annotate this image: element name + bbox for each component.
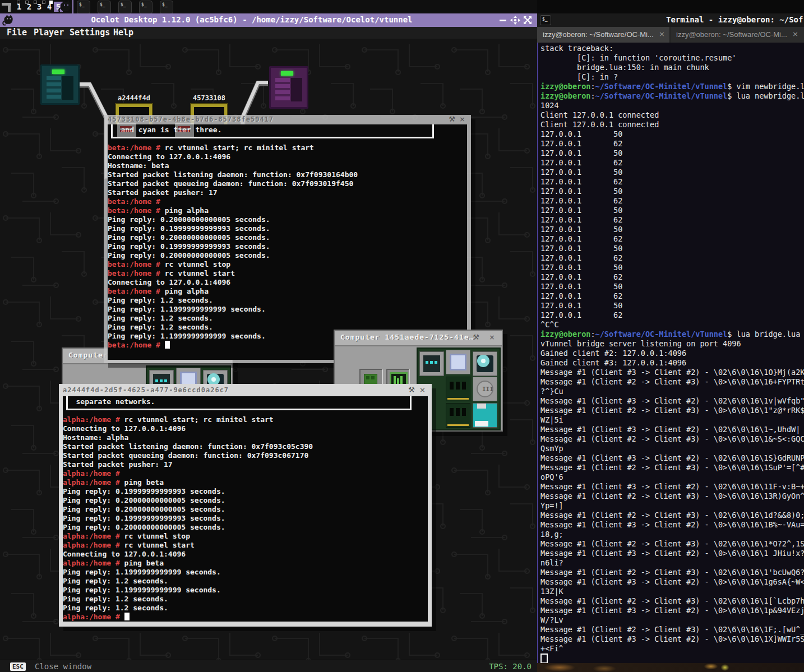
fullscreen-icon[interactable] <box>523 16 533 25</box>
terminal-line: 127.0.0.1 50 <box>540 225 804 234</box>
taskbar-app-icon-terminal[interactable]: $_ <box>139 1 153 14</box>
ocelot-cat-icon <box>58 0 73 13</box>
window-title: 45733108-b57e-4b8e-b7d6-85738fe59417 <box>108 115 274 123</box>
taskbar-divider <box>72 0 73 13</box>
terminal-line: Message #1 (Client #2 -> Client #3) - \0… <box>540 539 804 549</box>
terminal-line: Message #1 (Client #2 -> Client #3) - \0… <box>540 511 804 520</box>
window-title-bar[interactable]: 45733108-b57e-4b8e-b7d6-85738fe59417 ⚒ × <box>104 115 471 124</box>
ocelot-desktop[interactable]: a2444f4d 45733108 Computer b1589979-fed9… <box>0 39 537 660</box>
close-icon[interactable]: × <box>419 386 426 394</box>
terminal-line: beta:/home # ping alpha <box>108 206 467 215</box>
terminal-line: beta:/home # <box>108 197 467 206</box>
terminal-line: 127.0.0.1 62 <box>540 234 804 244</box>
computer-case-purple[interactable] <box>269 66 308 109</box>
terminal-line: Ping reply: 1.1999999999999 seconds. <box>63 568 428 577</box>
terminal-line: beta:/home # rc vtunnel start <box>108 269 467 278</box>
terminal-line: alpha:/home # rc vtunnel start; rc minit… <box>63 415 428 424</box>
ram-component[interactable] <box>446 403 470 428</box>
close-window-hint: Close window <box>35 662 91 671</box>
workspace-3[interactable]: 3 <box>35 2 44 12</box>
esc-key-badge: ESC <box>10 662 26 671</box>
menu-help[interactable]: Help <box>113 27 133 38</box>
terminal-line: izzy@oberon:~/Software/OC-Minitel/vTunne… <box>540 91 804 101</box>
tab-close-icon[interactable]: × <box>792 30 798 38</box>
workspace-4[interactable]: 4 <box>45 2 54 12</box>
terminal-line: Gained client #3: 127.0.0.1:4096 <box>540 358 804 368</box>
tab-label: izzy@oberon: ~/Software/OC-Mi... <box>676 30 787 39</box>
terminal-content[interactable]: stack traceback: [C]: in function 'corou… <box>537 43 804 663</box>
tunnel-card-label: a2444f4d <box>112 94 156 102</box>
window-title: Computer 1451aede-7125-41e… <box>340 333 474 341</box>
terminal-line: 127.0.0.1 62 <box>540 272 804 282</box>
terminal-line: +<Fi^ <box>540 644 804 654</box>
oc-terminal-screen[interactable]: and cyan is tier three. beta:/home # rc … <box>108 124 467 360</box>
tab-close-icon[interactable]: × <box>659 30 665 38</box>
terminal-line: ?^}Cu <box>540 387 804 396</box>
menu-settings[interactable]: Settings <box>70 27 110 38</box>
terminal-line: Message #1 (Client #3 -> Client #2) - \0… <box>540 482 804 492</box>
ocelot-status-bar: ESC Close window TPS: 20.0 <box>0 660 537 672</box>
menu-file[interactable]: File <box>7 27 27 38</box>
menu-player[interactable]: Player <box>34 27 64 38</box>
terminal-line: alpha:/home # <box>63 469 428 478</box>
terminal-line: alpha:/home # rc vtunnel start <box>63 541 428 550</box>
terminal-line: izzy@oberon:~/Software/OC-Minitel/vTunne… <box>540 82 804 91</box>
wrench-icon[interactable]: ⚒ <box>449 115 455 123</box>
terminal-tab-1[interactable]: izzy@oberon: ~/Software/OC-Mi... × <box>537 27 669 43</box>
terminal-line: i8,g; <box>540 530 804 539</box>
wrench-icon[interactable]: ⚒ <box>473 333 479 341</box>
terminal-tab-2[interactable]: izzy@oberon: ~/Software/OC-Mi... × <box>671 27 803 43</box>
terminal-line: 127.0.0.1 62 <box>540 291 804 301</box>
move-icon[interactable] <box>510 16 520 25</box>
taskbar-app-icon-terminal[interactable]: $_ <box>77 1 90 14</box>
terminal-line: Ping reply: 1.1999999999999 seconds. <box>108 305 467 314</box>
hard-drive-component[interactable] <box>473 351 497 376</box>
case-vent <box>47 76 61 80</box>
workspace-2[interactable]: 2 <box>25 2 34 12</box>
computer-case-cyan[interactable] <box>40 64 80 105</box>
window-title: a2444f4d-2d5f-4625-a477-9e6ccd0a26c7 <box>63 386 229 394</box>
terminal-tab-bar: izzy@oberon: ~/Software/OC-Mi... × izzy@… <box>537 27 804 43</box>
terminal-line: Client 127.0.0.1 connected <box>540 110 804 120</box>
floppy-disk-component[interactable] <box>473 403 497 428</box>
terminal-line: alpha:/home # ping beta <box>63 559 428 568</box>
terminal-line: Ping reply: 1.1999999999999 seconds. <box>63 586 428 595</box>
terminal-line: Started packet listening daemon: functio… <box>108 170 467 179</box>
close-icon[interactable]: × <box>489 333 495 341</box>
taskbar-logo-icon <box>2 2 15 12</box>
terminal-line: vTunnel bridge server listening on port … <box>540 339 804 349</box>
disk-component-disabled[interactable]: III <box>473 377 497 401</box>
taskbar-app-icon-terminal[interactable]: $_ <box>98 1 111 14</box>
terminal-line: 127.0.0.1 50 <box>540 301 804 310</box>
workspace-1[interactable]: 1 <box>15 2 24 12</box>
terminal-line: oPQ'6 <box>540 472 804 482</box>
ram-component[interactable] <box>446 377 470 401</box>
terminal-line: Ping reply: 0.19999999999993 seconds. <box>63 487 428 496</box>
taskbar-app-icon-terminal[interactable]: $_ <box>118 1 132 14</box>
ocelot-title-bar[interactable]: Ocelot Desktop 1.12.0 (ac5bfc6) - /home/… <box>0 13 537 27</box>
terminal-title-bar[interactable]: $_ Terminal - izzy@oberon: ~/Sof <box>537 13 804 27</box>
terminal-line: Started packet queueing daemon: function… <box>63 451 428 460</box>
cpu-component[interactable] <box>446 350 470 374</box>
taskbar-app-icon-terminal[interactable]: $_ <box>160 1 173 14</box>
terminal-line: Hostname: alpha <box>63 433 428 442</box>
terminal-line: alpha:/home # ping beta <box>63 478 428 487</box>
wrench-icon[interactable]: ⚒ <box>408 386 415 394</box>
terminal-line: Message #1 (Client #3 -> Client #2) - \0… <box>540 634 804 644</box>
window-screen-alpha[interactable]: a2444f4d-2d5f-4625-a477-9e6ccd0a26c7 ⚒ ×… <box>59 384 432 627</box>
case-vent <box>47 82 61 86</box>
power-led <box>281 71 293 76</box>
window-screen-beta[interactable]: 45733108-b57e-4b8e-b7d6-85738fe59417 ⚒ ×… <box>104 115 471 363</box>
window-title-bar[interactable]: a2444f4d-2d5f-4625-a477-9e6ccd0a26c7 ⚒ × <box>59 384 432 396</box>
dialog-box-border <box>111 124 434 138</box>
close-icon[interactable]: × <box>459 115 465 123</box>
case-vent <box>47 89 61 92</box>
oc-terminal-screen[interactable]: separate networks. alpha:/home # rc vtun… <box>63 396 428 622</box>
terminal-line: Ping reply: 0.20000000000005 seconds. <box>108 215 467 224</box>
terminal-line: Ping reply: 1.2 seconds. <box>63 577 428 586</box>
terminal-line: [C]: in ? <box>540 72 804 82</box>
minimize-icon[interactable] <box>498 16 508 25</box>
terminal-line: alpha:/home # rc vtunnel stop <box>63 532 428 541</box>
window-title-bar[interactable]: Computer 1451aede-7125-41e… ⚒ × <box>335 331 502 346</box>
component-slot[interactable] <box>419 351 444 376</box>
